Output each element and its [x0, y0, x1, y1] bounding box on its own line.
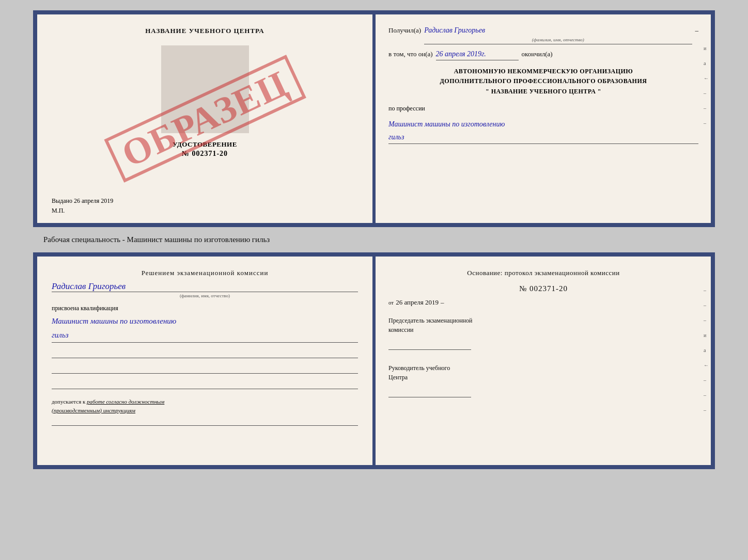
- mp-line: М.П.: [52, 207, 65, 215]
- profession-value-top: Машинист машины по изготовлению гильз: [388, 118, 698, 144]
- admission-label: допускается к: [52, 398, 85, 405]
- org-block: АВТОНОМНУЮ НЕКОММЕРЧЕСКУЮ ОРГАНИЗАЦИЮ ДО…: [388, 67, 698, 97]
- director-block: Руководитель учебного Центра: [388, 363, 698, 397]
- cert-number: № 002371-20: [182, 150, 228, 158]
- admission-italic-val2: (производственным) инструкциям: [52, 407, 135, 413]
- protocol-number-bottom: № 002371-20: [388, 284, 698, 293]
- director-sig-line: [388, 388, 471, 397]
- qual-val1: Машинист машины по изготовлению: [52, 317, 176, 325]
- chairman-label2: комиссии: [388, 326, 414, 333]
- date-line-bottom: от 26 апреля 2019 –: [388, 298, 698, 307]
- blank-line-3: [52, 378, 358, 389]
- date-value-bottom: 26 апреля 2019: [396, 298, 439, 307]
- org-line3: " НАЗВАНИЕ УЧЕБНОГО ЦЕНТРА ": [388, 87, 698, 97]
- inthat-label: в том, что он(а): [388, 49, 433, 60]
- org-line2: ДОПОЛНИТЕЛЬНОГО ПРОФЕССИОНАЛЬНОГО ОБРАЗО…: [388, 76, 698, 86]
- chairman-block: Председатель экзаменационной комиссии: [388, 316, 698, 350]
- org-line1: АВТОНОМНУЮ НЕКОММЕРЧЕСКУЮ ОРГАНИЗАЦИЮ: [388, 67, 698, 76]
- side-marks-bottom: – – – и а ← – – –: [704, 287, 709, 413]
- profession-val2: гильз: [388, 133, 404, 141]
- chairman-sig-line: [388, 341, 471, 350]
- between-label: Рабочая специальность - Машинист машины …: [43, 235, 270, 244]
- top-left-panel: НАЗВАНИЕ УЧЕБНОГО ЦЕНТРА УДОСТОВЕРЕНИЕ №…: [37, 14, 374, 223]
- bottom-document: Решением экзаменационной комиссии Радисл…: [33, 252, 715, 469]
- director-label1: Руководитель учебного: [388, 364, 450, 372]
- admission-underline: [52, 417, 358, 426]
- qualification-value: Машинист машины по изготовлению гильз: [52, 314, 358, 343]
- top-right-panel: Получил(а) Радислав Григорьев (фамилия, …: [374, 14, 711, 223]
- blank-line-2: [52, 362, 358, 374]
- admission-italic-val: работе согласно должностным: [87, 398, 164, 405]
- profession-val1: Машинист машины по изготовлению: [388, 120, 505, 128]
- person-sublabel-top: (фамилия, имя, отчество): [424, 36, 692, 43]
- bottom-right-panel: Основание: протокол экзаменационной коми…: [374, 257, 711, 465]
- person-name-top: Радислав Григорьев (фамилия, имя, отчест…: [424, 25, 692, 44]
- person-name-bottom-wrap: Радислав Григорьев (фамилия, имя, отчест…: [52, 281, 358, 298]
- date-of-label: от: [388, 299, 394, 306]
- received-line: Получил(а) Радислав Григорьев (фамилия, …: [388, 25, 698, 44]
- finished-label: окончил(а): [522, 49, 553, 60]
- decision-title: Решением экзаменационной комиссии: [52, 269, 358, 277]
- basis-title: Основание: протокол экзаменационной коми…: [388, 269, 698, 277]
- stamp-placeholder: [161, 45, 249, 133]
- qual-val2: гильз: [52, 331, 69, 339]
- qualification-label: присвоена квалификация: [52, 305, 358, 312]
- issued-text: Выдано 26 апреля 2019: [52, 197, 113, 204]
- top-document: НАЗВАНИЕ УЧЕБНОГО ЦЕНТРА УДОСТОВЕРЕНИЕ №…: [33, 10, 715, 227]
- person-name-value-top: Радислав Григорьев: [424, 26, 485, 34]
- side-marks-top: и а ← – – –: [704, 45, 709, 126]
- blank-line-1: [52, 347, 358, 358]
- chairman-label: Председатель экзаменационной комиссии: [388, 316, 698, 334]
- person-sublabel-bottom: (фамилия, имя, отчество): [52, 293, 358, 298]
- received-label: Получил(а): [388, 25, 421, 36]
- top-left-center-title: НАЗВАНИЕ УЧЕБНОГО ЦЕНТРА: [145, 27, 264, 35]
- chairman-label1: Председатель экзаменационной: [388, 317, 472, 324]
- bottom-left-panel: Решением экзаменационной комиссии Радисл…: [37, 257, 374, 465]
- profession-label-top: по профессии: [388, 105, 698, 113]
- inthat-line: в том, что он(а) 26 апреля 2019г. окончи…: [388, 49, 698, 60]
- cert-label: УДОСТОВЕРЕНИЕ: [173, 140, 237, 149]
- issued-line: Выдано 26 апреля 2019: [52, 197, 113, 205]
- director-label: Руководитель учебного Центра: [388, 363, 698, 382]
- date-value-top: 26 апреля 2019г.: [436, 49, 519, 60]
- person-name-bottom: Радислав Григорьев: [52, 281, 358, 292]
- director-label2: Центра: [388, 374, 408, 381]
- admission-text: допускается к работе согласно должностны…: [52, 397, 358, 414]
